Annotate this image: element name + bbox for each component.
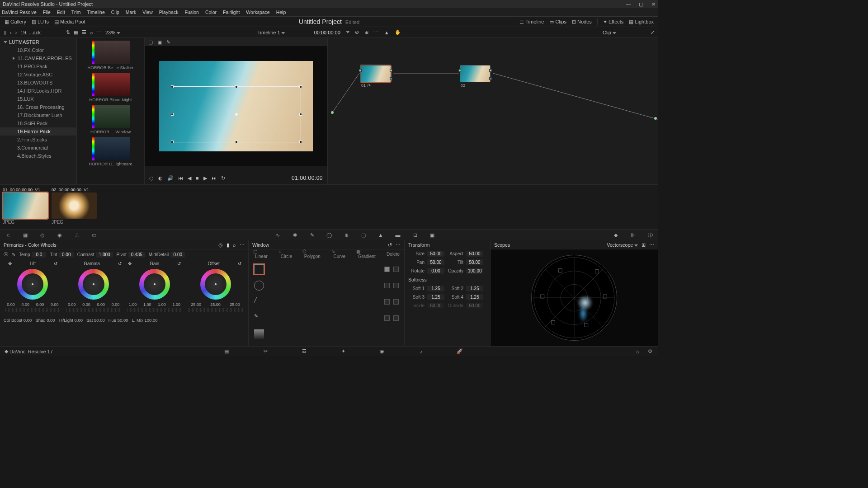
wheels-mode-icon[interactable]: ◎ (218, 242, 223, 248)
scope-mode-selector[interactable]: Vectorscope (607, 242, 638, 248)
expand-nodes-icon[interactable]: ⤢ (651, 29, 655, 35)
settings-icon[interactable]: ⚙ (646, 348, 654, 355)
soft4-field[interactable]: 1.25 (466, 294, 483, 300)
menu-item[interactable]: Mark (126, 9, 136, 15)
clip-thumbnail[interactable]: 02 00:00:00:00 V1 JPEG (52, 187, 97, 227)
cut-page-icon[interactable]: ✂ (262, 348, 269, 355)
hand-icon[interactable]: ✋ (395, 29, 401, 35)
fusion-page-icon[interactable]: ✦ (340, 348, 347, 355)
key-icon[interactable]: ▬ (394, 231, 401, 239)
more-icon[interactable]: ⋯ (97, 29, 102, 35)
menu-item[interactable]: View (142, 9, 153, 15)
list-view-icon[interactable]: ☰ (82, 29, 86, 35)
loop-mode-icon[interactable]: ◌ (149, 175, 154, 181)
fit-icon[interactable]: ⊞ (364, 29, 368, 35)
node-mode-selector[interactable]: Clip (603, 30, 616, 35)
auto-balance-icon[interactable]: Ⓐ (4, 251, 8, 258)
soft3-field[interactable]: 1.25 (427, 294, 444, 300)
lut-thumb[interactable]: HORROR C...ightmare (80, 137, 142, 166)
maximize-button[interactable]: ▢ (639, 1, 643, 7)
sizing-icon[interactable]: ⊡ (411, 231, 419, 239)
window-icon[interactable]: ◯ (326, 231, 333, 239)
keyframe-icon[interactable]: ◆ (612, 231, 619, 239)
window-row-curve[interactable]: ╱ (251, 294, 401, 310)
menu-item[interactable]: Edit (57, 9, 65, 15)
menu-item[interactable]: Workspace (246, 9, 269, 15)
picker-icon[interactable]: ✎ (12, 252, 15, 257)
volume-icon[interactable]: 🔊 (167, 175, 174, 181)
fairlight-page-icon[interactable]: ♪ (417, 348, 425, 355)
opacity-field[interactable]: 100.00 (466, 268, 483, 274)
log-mode-icon[interactable]: ⌕ (233, 242, 236, 248)
close-button[interactable]: ✕ (651, 1, 656, 7)
minimize-button[interactable]: — (626, 1, 631, 7)
window-row-pen[interactable]: ✎ (251, 310, 401, 326)
prev-clip-icon[interactable]: ⏮ (178, 175, 183, 181)
tracking-icon[interactable]: ⊕ (343, 231, 350, 239)
wand-icon[interactable]: ✎ (166, 39, 170, 45)
hdr-icon[interactable]: ◉ (56, 231, 63, 239)
clip-thumbnail[interactable]: 01 00:00:00:00 V1 JPEG (3, 187, 48, 227)
timeline-toggle[interactable]: ☲ Timeline (519, 19, 544, 25)
lift-wheel[interactable]: ✥Lift↺ 0.000.000.000.00 (4, 261, 62, 313)
lut-folder[interactable]: 17.Blockbuster Lush (0, 111, 76, 119)
menu-item[interactable]: Clip (111, 9, 119, 15)
lut-thumb[interactable]: HORROR Be...e Stalker (80, 41, 142, 70)
temp-field[interactable]: 0.0 (32, 252, 46, 258)
color-node[interactable]: 02 (460, 65, 491, 88)
menu-item[interactable]: Playback (159, 9, 179, 15)
lut-folder[interactable]: 11.PRO.Pack (0, 62, 76, 70)
more-icon[interactable]: ⋯ (396, 242, 401, 248)
rotate-field[interactable]: 0.00 (427, 268, 444, 274)
rgb-mixer-icon[interactable]: ⎍ (73, 231, 80, 239)
lut-folder-selected[interactable]: 19.Horror Pack (0, 127, 76, 136)
contrast-field[interactable]: 1.000 (96, 252, 113, 258)
shad-field[interactable]: 0.00 (47, 318, 55, 323)
unmute-icon[interactable]: ◐ (158, 175, 163, 181)
lut-folder[interactable]: 3.Commercial (0, 144, 76, 152)
breadcrumb[interactable]: 19. ...ack (20, 30, 41, 35)
info-icon[interactable]: ⓘ (646, 231, 654, 239)
color-page-icon[interactable]: ◉ (378, 348, 386, 355)
aspect-field[interactable]: 50.00 (466, 251, 483, 257)
search-icon[interactable]: ⌕ (90, 30, 93, 35)
menu-item[interactable]: Color (205, 9, 217, 15)
motion-effects-icon[interactable]: ▭ (90, 231, 98, 239)
luts-toggle[interactable]: ▨ LUTs (32, 19, 49, 25)
lmix-field[interactable]: 100.00 (145, 318, 158, 323)
pivot-field[interactable]: 0.435 (128, 252, 145, 258)
lut-folder[interactable]: 12.Vintage.ASC (0, 70, 76, 79)
pointer-icon[interactable]: ▲ (384, 30, 389, 35)
media-page-icon[interactable]: ▤ (223, 348, 230, 355)
window-row-linear[interactable] (251, 261, 401, 277)
more-icon[interactable]: ⋯ (240, 242, 245, 248)
primaries-icon[interactable]: ◎ (39, 231, 46, 239)
tint-field[interactable]: 0.00 (59, 252, 74, 258)
size-field[interactable]: 50.00 (427, 251, 444, 257)
gamma-wheel[interactable]: Gamma↺ 0.000.000.000.00 (65, 261, 123, 313)
sort-icon[interactable]: ⇅ (66, 29, 70, 35)
edit-page-icon[interactable]: ☲ (301, 348, 308, 355)
middetail-field[interactable]: 0.00 (170, 252, 185, 258)
qualifier-icon[interactable]: ✎ (308, 231, 316, 239)
bypass-grade-icon[interactable]: ⊘ (355, 29, 359, 35)
play-icon[interactable]: ▶ (203, 175, 207, 181)
stop-icon[interactable]: ■ (196, 175, 199, 181)
bars-mode-icon[interactable]: ▮ (226, 242, 229, 248)
blur-icon[interactable]: ▲ (377, 231, 384, 239)
lut-folder[interactable]: 13.BLOWOUTS (0, 79, 76, 87)
hue-field[interactable]: 50.00 (118, 318, 128, 323)
magic-mask-icon[interactable]: ▢ (360, 231, 367, 239)
menu-item[interactable]: Fairlight (223, 9, 240, 15)
color-checker-icon[interactable]: ▦ (22, 231, 29, 239)
node-graph[interactable]: 01 ◔ 02 (327, 38, 658, 184)
menu-item[interactable]: Trim (71, 9, 81, 15)
lut-thumb[interactable]: HORROR Blood Night (80, 73, 142, 102)
lut-thumb[interactable]: HORROR ... Window (80, 105, 142, 134)
pan-field[interactable]: 50.00 (427, 259, 444, 265)
more-viewer-icon[interactable]: ⋯ (374, 29, 379, 35)
viewer-canvas[interactable] (145, 46, 327, 166)
offset-wheel[interactable]: Offset↺ 25.0025.0025.00 (186, 261, 245, 313)
reset-icon[interactable]: ↺ (388, 242, 392, 248)
lightbox-toggle[interactable]: ▦ Lightbox (629, 19, 654, 25)
